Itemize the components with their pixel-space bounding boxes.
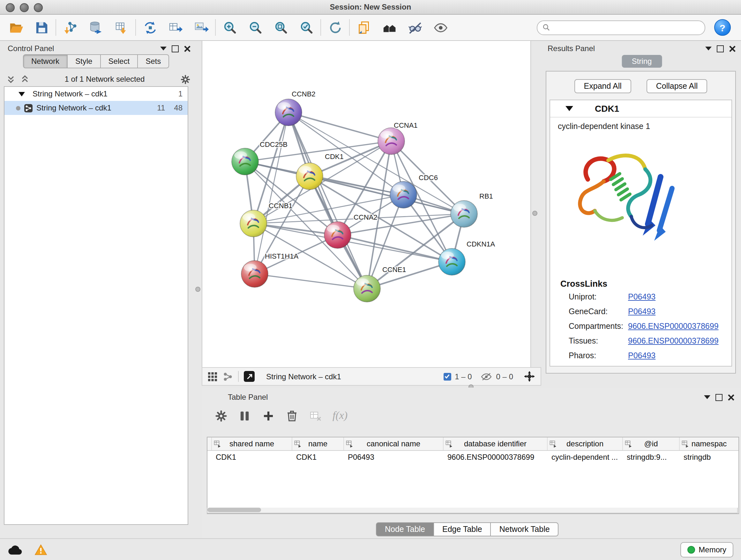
network-row-selected[interactable]: String Network – cdk1 11 48 bbox=[4, 101, 188, 115]
column-header-database-identifier[interactable]: database identifier bbox=[444, 437, 548, 450]
close-window-button[interactable] bbox=[6, 3, 15, 12]
network-edge[interactable] bbox=[288, 112, 391, 141]
table-options-gear-icon[interactable] bbox=[214, 409, 228, 422]
string-glasses-button[interactable] bbox=[405, 17, 424, 38]
zoom-in-button[interactable] bbox=[220, 17, 239, 38]
results-collapse-icon[interactable] bbox=[705, 47, 712, 51]
memory-button[interactable]: Memory bbox=[680, 542, 733, 557]
network-edge[interactable] bbox=[255, 274, 367, 289]
tab-select[interactable]: Select bbox=[100, 54, 138, 68]
table-collapse-icon[interactable] bbox=[704, 395, 711, 399]
tab-network[interactable]: Network bbox=[23, 54, 68, 68]
selected-items-checkbox[interactable] bbox=[443, 373, 451, 380]
fit-content-crosshair-icon[interactable] bbox=[523, 370, 536, 382]
network-edge[interactable] bbox=[288, 112, 367, 289]
delete-table-icon bbox=[309, 409, 322, 422]
network-node-hist1h1a[interactable]: HIST1H1A bbox=[241, 252, 298, 287]
scrollbar-thumb[interactable] bbox=[207, 508, 261, 512]
panel-close-icon[interactable] bbox=[184, 45, 191, 52]
column-header-canonical-name[interactable]: canonical name bbox=[344, 437, 444, 450]
export-network-button[interactable] bbox=[166, 17, 185, 38]
gene-disclosure-icon[interactable] bbox=[565, 106, 573, 111]
results-float-icon[interactable] bbox=[717, 45, 724, 52]
grid-view-icon[interactable] bbox=[207, 371, 218, 381]
zoom-fit-button[interactable] bbox=[271, 17, 290, 38]
cloud-status-button[interactable] bbox=[8, 544, 23, 555]
delete-column-icon[interactable] bbox=[285, 409, 299, 422]
collapse-all-button[interactable]: Collapse All bbox=[647, 79, 708, 93]
warnings-button[interactable] bbox=[35, 544, 47, 555]
network-edge[interactable] bbox=[255, 112, 288, 274]
expand-all-button[interactable]: Expand All bbox=[575, 79, 631, 93]
network-canvas[interactable]: CCNB2CCNA1CDC25BCDK1CDC6RB1CCNB1CCNA2CDK… bbox=[202, 41, 530, 367]
cell-name[interactable]: CDK1 bbox=[292, 451, 344, 463]
crosslink-link-genecard[interactable]: P06493 bbox=[628, 307, 656, 316]
import-network-file-button[interactable] bbox=[61, 17, 80, 38]
table-horizontal-scrollbar[interactable] bbox=[207, 508, 738, 513]
table-row[interactable]: CDK1 CDK1 P06493 9606.ENSP00000378699 cy… bbox=[207, 451, 738, 463]
string-home-button[interactable] bbox=[380, 17, 399, 38]
apply-layout-button[interactable] bbox=[326, 17, 345, 38]
crosslink-link-tissues[interactable]: 9606.ENSP00000378699 bbox=[628, 336, 719, 346]
clipboard-button[interactable] bbox=[354, 17, 374, 38]
column-header-shared-name[interactable]: shared name bbox=[212, 437, 292, 450]
cell-id[interactable]: stringdb:9... bbox=[623, 451, 680, 463]
zoom-out-button[interactable] bbox=[246, 17, 265, 38]
column-header-name[interactable]: name bbox=[292, 437, 344, 450]
column-header-id[interactable]: @id bbox=[623, 437, 680, 450]
tab-style[interactable]: Style bbox=[68, 54, 100, 68]
collapse-all-chevrons-icon[interactable] bbox=[6, 75, 15, 84]
column-header-namespace[interactable]: namespac bbox=[680, 437, 738, 450]
row-gutter bbox=[207, 437, 212, 450]
tab-string[interactable]: String bbox=[622, 55, 662, 68]
cell-description[interactable]: cyclin-dependent ... bbox=[548, 451, 623, 463]
network-node-ccnb2[interactable]: CCNB2 bbox=[275, 90, 316, 126]
string-eye-button[interactable] bbox=[431, 17, 450, 38]
help-button[interactable]: ? bbox=[714, 19, 731, 36]
zoom-window-button[interactable] bbox=[34, 3, 43, 12]
cell-database-identifier[interactable]: 9606.ENSP00000378699 bbox=[444, 451, 548, 463]
crosslink-link-pharos[interactable]: P06493 bbox=[628, 351, 656, 360]
zoom-selected-button[interactable] bbox=[297, 17, 316, 38]
search-input[interactable] bbox=[553, 22, 699, 33]
gene-header-row[interactable]: CDK1 bbox=[550, 100, 731, 118]
new-network-from-selection-button[interactable] bbox=[140, 17, 159, 38]
add-column-icon[interactable] bbox=[262, 409, 275, 422]
save-session-button[interactable] bbox=[32, 17, 51, 38]
network-node-ccna1[interactable]: CCNA1 bbox=[378, 121, 418, 154]
tab-edge-table[interactable]: Edge Table bbox=[434, 522, 491, 537]
show-columns-icon[interactable] bbox=[238, 409, 252, 422]
tab-sets[interactable]: Sets bbox=[138, 54, 169, 68]
import-network-database-button[interactable] bbox=[86, 17, 105, 38]
import-table-button[interactable] bbox=[112, 17, 131, 38]
table-float-icon[interactable] bbox=[716, 394, 723, 401]
crosslink-link-uniprot[interactable]: P06493 bbox=[628, 293, 656, 301]
network-node-cdkn1a[interactable]: CDKN1A bbox=[439, 240, 495, 275]
minimize-window-button[interactable] bbox=[20, 3, 29, 12]
crosslink-link-compartments[interactable]: 9606.ENSP00000378699 bbox=[628, 322, 719, 331]
export-image-button[interactable] bbox=[192, 17, 211, 38]
table-close-icon[interactable] bbox=[728, 394, 735, 401]
open-session-button[interactable] bbox=[6, 17, 25, 38]
tab-network-table[interactable]: Network Table bbox=[491, 522, 559, 537]
open-in-window-button[interactable] bbox=[244, 371, 255, 382]
expand-all-chevrons-icon[interactable] bbox=[20, 75, 29, 84]
network-options-gear-icon[interactable] bbox=[180, 74, 191, 84]
column-header-description[interactable]: description bbox=[548, 437, 623, 450]
results-close-icon[interactable] bbox=[729, 45, 736, 52]
network-node-rb1[interactable]: RB1 bbox=[451, 192, 493, 227]
cell-canonical-name[interactable]: P06493 bbox=[344, 451, 444, 463]
hidden-items-eye-icon[interactable] bbox=[481, 372, 492, 381]
left-splitter-grip[interactable] bbox=[195, 287, 200, 292]
network-collection-row[interactable]: String Network – cdk1 1 bbox=[4, 87, 188, 101]
network-node-ccne1[interactable]: CCNE1 bbox=[354, 266, 406, 302]
right-splitter-grip[interactable] bbox=[532, 211, 537, 216]
cell-namespace[interactable]: stringdb bbox=[680, 451, 738, 463]
birdseye-view-icon[interactable] bbox=[223, 371, 233, 381]
network-edge[interactable] bbox=[288, 112, 464, 214]
panel-float-icon[interactable] bbox=[172, 45, 179, 52]
tree-disclosure-icon[interactable] bbox=[18, 91, 25, 96]
panel-collapse-icon[interactable] bbox=[160, 47, 166, 51]
tab-node-table[interactable]: Node Table bbox=[376, 522, 434, 537]
cell-shared-name[interactable]: CDK1 bbox=[212, 451, 292, 463]
